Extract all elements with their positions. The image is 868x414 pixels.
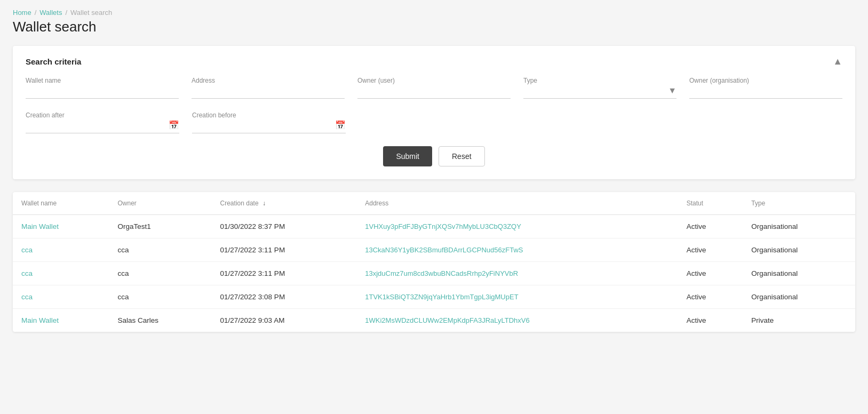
cell-creation-date: 01/27/2022 9:03 AM bbox=[212, 309, 357, 332]
type-label: Type bbox=[523, 77, 537, 84]
cell-address[interactable]: 1WKi2MsWDzdCLUWw2EMpKdpFA3JRaLyLTDhxV6 bbox=[356, 309, 678, 332]
creation-after-label: Creation after bbox=[26, 112, 65, 119]
cell-statut: Active bbox=[678, 285, 743, 309]
wallet-name-field: Wallet name bbox=[26, 77, 179, 99]
cell-statut: Active bbox=[678, 215, 743, 238]
cell-owner: cca bbox=[109, 238, 212, 262]
cell-type: Private bbox=[743, 309, 855, 332]
creation-before-label: Creation before bbox=[192, 112, 236, 119]
cell-type: Organisational bbox=[743, 285, 855, 309]
reset-button[interactable]: Reset bbox=[439, 146, 485, 166]
col-statut: Statut bbox=[678, 192, 743, 215]
breadcrumb: Home / Wallets / Wallet search bbox=[13, 9, 855, 17]
cell-type: Organisational bbox=[743, 262, 855, 285]
table-row: Main Wallet Salas Carles 01/27/2022 9:03… bbox=[13, 309, 855, 332]
table-row: cca cca 01/27/2022 3:11 PM 13CkaN36Y1yBK… bbox=[13, 238, 855, 262]
cell-address[interactable]: 1TVK1kSBiQT3ZN9jqYaHrb1YbmTgpL3igMUpET bbox=[356, 285, 678, 309]
creation-before-field: Creation before 📅 bbox=[192, 112, 346, 133]
cell-owner: Salas Carles bbox=[109, 309, 212, 332]
cell-wallet-name[interactable]: Main Wallet bbox=[13, 309, 109, 332]
cell-owner: cca bbox=[109, 262, 212, 285]
col-type: Type bbox=[743, 192, 855, 215]
cell-creation-date: 01/27/2022 3:08 PM bbox=[212, 285, 357, 309]
cell-statut: Active bbox=[678, 262, 743, 285]
owner-user-label: Owner (user) bbox=[357, 77, 395, 84]
cell-creation-date: 01/30/2022 8:37 PM bbox=[212, 215, 357, 238]
address-field: Address bbox=[192, 77, 345, 99]
owner-org-field: Owner (organisation) bbox=[689, 77, 842, 99]
breadcrumb-home[interactable]: Home bbox=[13, 9, 31, 17]
cell-creation-date: 01/27/2022 3:11 PM bbox=[212, 262, 357, 285]
owner-org-label: Owner (organisation) bbox=[689, 77, 749, 84]
cell-statut: Active bbox=[678, 309, 743, 332]
type-select[interactable]: Organisational Private bbox=[523, 77, 676, 99]
cell-wallet-name[interactable]: Main Wallet bbox=[13, 215, 109, 238]
cell-address[interactable]: 13CkaN36Y1yBK2SBmufBDArrLGCPNud56zFTwS bbox=[356, 238, 678, 262]
results-table: Wallet name Owner Creation date ↓ Addres… bbox=[13, 192, 855, 332]
cell-wallet-name[interactable]: cca bbox=[13, 238, 109, 262]
cell-type: Organisational bbox=[743, 238, 855, 262]
table-row: Main Wallet OrgaTest1 01/30/2022 8:37 PM… bbox=[13, 215, 855, 238]
owner-user-field: Owner (user) bbox=[357, 77, 511, 99]
wallet-name-label: Wallet name bbox=[26, 77, 61, 84]
cell-wallet-name[interactable]: cca bbox=[13, 262, 109, 285]
form-actions: Submit Reset bbox=[26, 146, 842, 166]
breadcrumb-current: Wallet search bbox=[70, 9, 112, 17]
search-panel: Search criteria ▲ Wallet name Address Ow… bbox=[13, 46, 855, 179]
submit-button[interactable]: Submit bbox=[383, 146, 432, 166]
sort-icon: ↓ bbox=[262, 200, 266, 207]
table-row: cca cca 01/27/2022 3:11 PM 13xjduCmz7um8… bbox=[13, 262, 855, 285]
col-owner: Owner bbox=[109, 192, 212, 215]
cell-address[interactable]: 13xjduCmz7um8cd3wbuBNCadsRrhp2yFiNYVbR bbox=[356, 262, 678, 285]
collapse-button[interactable]: ▲ bbox=[833, 57, 842, 66]
cell-type: Organisational bbox=[743, 215, 855, 238]
creation-after-calendar-icon[interactable]: 📅 bbox=[169, 120, 179, 130]
cell-creation-date: 01/27/2022 3:11 PM bbox=[212, 238, 357, 262]
col-creation-date[interactable]: Creation date ↓ bbox=[212, 192, 357, 215]
cell-statut: Active bbox=[678, 238, 743, 262]
breadcrumb-wallets[interactable]: Wallets bbox=[39, 9, 62, 17]
search-panel-title: Search criteria bbox=[26, 57, 81, 66]
table-header-row: Wallet name Owner Creation date ↓ Addres… bbox=[13, 192, 855, 215]
cell-address[interactable]: 1VHXuy3pFdFJByGTnjXQSv7hMybLU3CbQ3ZQY bbox=[356, 215, 678, 238]
table-row: cca cca 01/27/2022 3:08 PM 1TVK1kSBiQT3Z… bbox=[13, 285, 855, 309]
cell-owner: cca bbox=[109, 285, 212, 309]
cell-owner: OrgaTest1 bbox=[109, 215, 212, 238]
creation-after-field: Creation after 📅 bbox=[26, 112, 179, 133]
address-label: Address bbox=[192, 77, 215, 84]
type-field: Type Organisational Private ▼ bbox=[523, 77, 676, 99]
col-address: Address bbox=[356, 192, 678, 215]
creation-before-calendar-icon[interactable]: 📅 bbox=[335, 120, 346, 130]
cell-wallet-name[interactable]: cca bbox=[13, 285, 109, 309]
page-title: Wallet search bbox=[13, 19, 855, 35]
col-wallet-name: Wallet name bbox=[13, 192, 109, 215]
